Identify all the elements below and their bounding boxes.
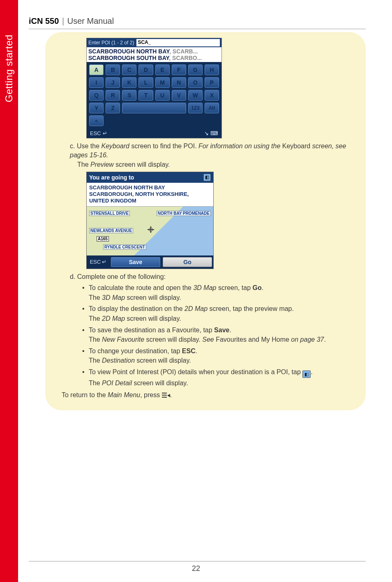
kb-key-r[interactable]: R <box>106 90 120 101</box>
kb-key-h[interactable]: H <box>205 64 219 75</box>
kb-esc-label: ESC <box>90 130 101 136</box>
kb-footer: ESC ↵ ↘ ⌨ <box>87 129 221 138</box>
enter-icon: ↵ <box>102 259 106 265</box>
txt: screen will display. <box>125 315 181 322</box>
kb-result-row[interactable]: SCARBOROUGH SOUTH BAY, SCARBO... <box>88 55 220 61</box>
txt: 2D Map <box>184 305 208 312</box>
txt: To save the destination as a Favourite, … <box>89 327 214 334</box>
txt: , press <box>140 391 161 398</box>
step-c-after-preview: Preview <box>90 161 114 168</box>
option-save: To save the destination as a Favourite, … <box>82 326 357 344</box>
footer-rule <box>29 561 366 561</box>
kb-result-main: SCARBOROUGH SOUTH BAY <box>88 55 169 61</box>
kb-key-p[interactable]: P <box>205 77 219 88</box>
main-menu-icon[interactable] <box>162 392 170 398</box>
txt: . <box>311 368 312 375</box>
kb-result-tail: , SCARB... <box>169 48 198 55</box>
txt: The <box>89 294 102 301</box>
header-separator: | <box>62 16 67 25</box>
step-c-info1: For information on using the <box>198 143 282 150</box>
step-c-keyboard: Keyboard <box>101 143 129 150</box>
step-c-after: The Preview screen will display. <box>77 160 357 169</box>
kb-key-alt[interactable]: Alt <box>205 103 219 113</box>
txt: POI Detail <box>102 380 132 386</box>
kb-key-e[interactable]: E <box>155 64 170 75</box>
kb-key-n[interactable]: N <box>172 77 186 88</box>
txt: To display the destination on the <box>89 305 184 312</box>
step-c-t1: Use the <box>77 143 101 150</box>
kb-key-x[interactable]: X <box>205 90 219 101</box>
pv-addr-line1: SCARBOROUGH NORTH BAY <box>89 184 211 191</box>
step-c-after1: The <box>77 161 90 168</box>
kb-key-c[interactable]: C <box>122 64 136 75</box>
kb-key-q[interactable]: Q <box>89 90 104 101</box>
save-button[interactable]: Save <box>111 257 160 267</box>
txt: To change your destination, tap <box>89 347 182 354</box>
txt: To view Point of Interest (POI) details … <box>89 368 302 375</box>
txt: See <box>202 336 214 343</box>
pv-esc[interactable]: ESC ↵ <box>87 255 110 269</box>
kb-key-backspace[interactable]: « <box>89 115 104 126</box>
preview-screenshot: You are going to ◧ SCARBOROUGH NORTH BAY… <box>86 172 214 269</box>
kb-key-k[interactable]: K <box>122 77 136 88</box>
txt: . <box>229 327 231 334</box>
kb-key-g[interactable]: G <box>188 64 203 75</box>
txt: screen, tap the preview map. <box>208 305 294 312</box>
road-label: NEWLANDS AVENUE <box>89 228 133 233</box>
kb-key-j[interactable]: J <box>106 77 120 88</box>
kb-key-b[interactable]: B <box>106 64 120 75</box>
step-c-label: c. <box>70 143 77 150</box>
kb-result-row[interactable]: SCARBOROUGH NORTH BAY, SCARB... <box>88 48 220 55</box>
pv-address: SCARBOROUGH NORTH BAY SCARBOROUGH, NORTH… <box>87 183 213 206</box>
step-c-t2: screen to find the POI. <box>129 143 198 150</box>
product-name: iCN 550 <box>29 16 59 25</box>
txt: Main Menu <box>108 391 140 398</box>
poi-detail-icon[interactable]: ◧ <box>203 174 211 181</box>
kb-title: Enter POI (1 - 2 of 2) <box>88 40 136 46</box>
step-d-text: Complete one of the following: <box>77 273 166 280</box>
txt: . <box>262 284 263 291</box>
txt: 3D Map <box>102 294 125 301</box>
kb-key-t[interactable]: T <box>138 90 153 101</box>
kb-key-l[interactable]: L <box>138 77 153 88</box>
txt: Favourites and My Home <box>214 336 291 343</box>
kb-key-a[interactable]: A <box>89 64 104 75</box>
txt: screen will display. <box>125 294 181 301</box>
pv-title: You are going to <box>89 174 134 181</box>
txt: . <box>324 336 325 343</box>
keyboard-screenshot: Enter POI (1 - 2 of 2) SCA_ SCARBOROUGH … <box>86 38 222 138</box>
kb-key-y[interactable]: Y <box>89 103 104 113</box>
kb-key-v[interactable]: V <box>172 90 186 101</box>
pv-map[interactable]: STRENSALL DRIVE NORTH BAY PROMENADE NEWL… <box>87 206 213 255</box>
option-go: To calculate the route and open the 3D M… <box>82 283 357 302</box>
kb-key-m[interactable]: M <box>155 77 170 88</box>
kb-key-s[interactable]: S <box>122 90 136 101</box>
txt: New Favourite <box>102 336 144 343</box>
kb-key-z[interactable]: Z <box>106 103 120 113</box>
kb-foot-right[interactable]: ↘ ⌨ <box>204 130 218 136</box>
kb-key-i[interactable]: I <box>89 77 104 88</box>
kb-key-d[interactable]: D <box>138 64 153 75</box>
content-panel: Enter POI (1 - 2 of 2) SCA_ SCARBOROUGH … <box>45 32 366 410</box>
kb-key-o[interactable]: O <box>188 77 203 88</box>
kb-input-field[interactable]: SCA_ <box>136 39 220 46</box>
kb-key-grid: A B C D E F G H I J K L M N O P Q R S T … <box>87 62 221 129</box>
kb-key-w[interactable]: W <box>188 90 203 101</box>
go-button[interactable]: Go <box>163 257 212 267</box>
kb-results[interactable]: SCARBOROUGH NORTH BAY, SCARB... SCARBORO… <box>87 47 221 62</box>
kb-result-main: SCARBOROUGH NORTH BAY <box>88 48 169 55</box>
road-label: STRENSALL DRIVE <box>89 211 130 216</box>
kb-key-123[interactable]: 123 <box>188 103 203 113</box>
txt: The <box>89 380 102 386</box>
step-c: c. Use the Keyboard screen to find the P… <box>70 142 357 169</box>
poi-detail-icon[interactable]: ◧ <box>302 370 311 378</box>
txt: 2D Map <box>102 315 125 322</box>
txt: . <box>196 347 197 354</box>
kb-esc[interactable]: ESC ↵ <box>90 130 107 136</box>
txt: Go <box>252 284 261 291</box>
kb-key-space[interactable] <box>122 103 186 113</box>
pv-addr-line2: SCARBOROUGH, NORTH YORKSHIRE, <box>89 191 211 198</box>
kb-key-f[interactable]: F <box>172 64 186 75</box>
header-rule <box>29 29 366 29</box>
kb-key-u[interactable]: U <box>155 90 170 101</box>
